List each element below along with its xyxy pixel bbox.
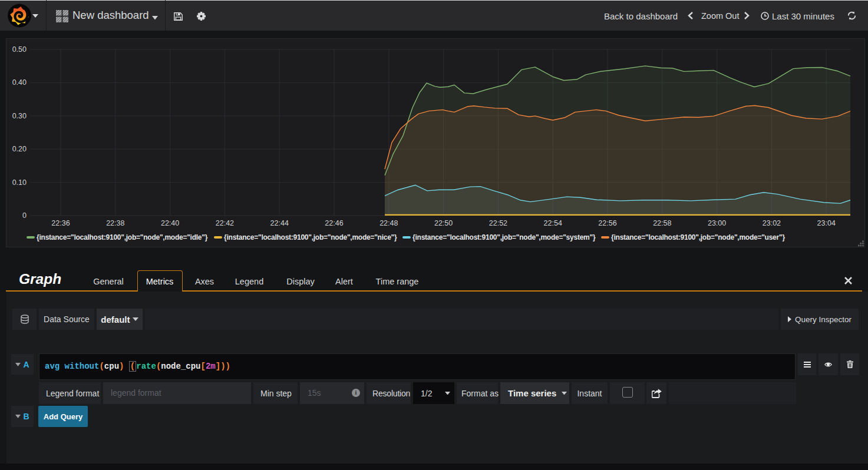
svg-text:22:54: 22:54	[544, 219, 562, 227]
svg-text:0: 0	[22, 211, 27, 220]
svg-text:22:42: 22:42	[216, 219, 234, 227]
svg-text:0.50: 0.50	[12, 45, 27, 54]
svg-text:22:38: 22:38	[106, 219, 124, 227]
svg-text:22:48: 22:48	[379, 219, 398, 227]
svg-text:0.30: 0.30	[12, 112, 27, 120]
svg-text:0.10: 0.10	[12, 178, 27, 187]
svg-text:22:46: 22:46	[325, 219, 343, 227]
svg-text:23:02: 23:02	[763, 219, 781, 227]
svg-text:22:56: 22:56	[598, 219, 616, 227]
svg-text:22:52: 22:52	[489, 219, 507, 227]
svg-text:22:58: 22:58	[653, 219, 671, 227]
svg-text:22:50: 22:50	[434, 219, 453, 227]
svg-text:22:40: 22:40	[161, 219, 179, 227]
svg-text:0.40: 0.40	[12, 78, 27, 87]
svg-text:23:04: 23:04	[817, 219, 836, 227]
svg-text:22:44: 22:44	[270, 219, 289, 227]
svg-text:22:36: 22:36	[51, 219, 70, 227]
svg-text:23:00: 23:00	[708, 219, 726, 227]
svg-text:0.20: 0.20	[12, 145, 27, 153]
